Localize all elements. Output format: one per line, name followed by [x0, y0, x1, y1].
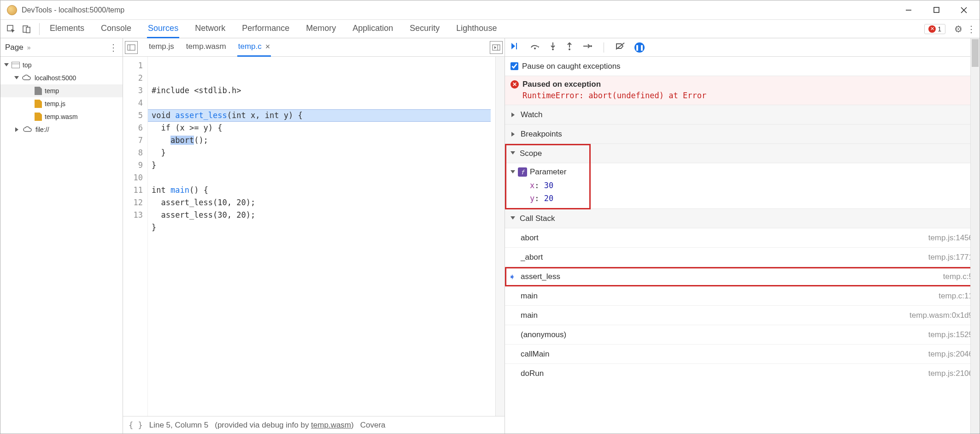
- deactivate-breakpoints-button[interactable]: [615, 42, 625, 53]
- scrollbar-thumb[interactable]: [972, 39, 979, 67]
- device-toolbar-button[interactable]: [20, 22, 34, 36]
- window-maximize-button[interactable]: [922, 1, 950, 19]
- kebab-icon: ⋮: [967, 24, 976, 34]
- paused-exception-banner: ✕ Paused on exception RuntimeError: abor…: [505, 76, 980, 105]
- tab-lighthouse[interactable]: Lighthouse: [455, 20, 498, 38]
- svg-point-12: [534, 48, 536, 49]
- svg-point-18: [590, 45, 592, 47]
- tree-file-temp-wasm[interactable]: temp.wasm: [0, 110, 123, 123]
- navigator-tab-page[interactable]: Page: [5, 43, 23, 52]
- device-icon: [22, 24, 31, 34]
- scope-var-x[interactable]: x: 30: [511, 179, 980, 192]
- parameter-badge-icon: f: [518, 167, 527, 177]
- stack-frame[interactable]: maintemp.wasm:0x1d9: [505, 306, 980, 325]
- watch-section-header[interactable]: Watch: [505, 105, 980, 125]
- cloud-icon: [22, 74, 32, 82]
- tab-memory[interactable]: Memory: [305, 20, 337, 38]
- exception-message: RuntimeError: abort(undefined) at Error: [522, 91, 974, 100]
- scope-section: Scope f Parameter x: 30 y: 20: [505, 144, 980, 209]
- pause-on-exceptions-button[interactable]: ❚❚: [634, 42, 645, 53]
- pause-on-caught-row: Pause on caught exceptions: [505, 57, 980, 76]
- resume-button[interactable]: [511, 42, 521, 53]
- inspect-element-button[interactable]: [4, 22, 18, 36]
- file-icon: [35, 87, 42, 95]
- tree-origin[interactable]: localhost:5000: [0, 71, 123, 84]
- close-tab-button[interactable]: ×: [265, 42, 270, 52]
- file-tab-temp-c[interactable]: temp.c ×: [237, 38, 271, 57]
- svg-rect-6: [26, 27, 30, 33]
- svg-rect-7: [128, 45, 135, 50]
- callstack-section-header[interactable]: Call Stack: [505, 209, 980, 228]
- stack-frame[interactable]: _aborttemp.js:1771: [505, 248, 980, 267]
- code-area[interactable]: #include <stdlib.h> void assert_less(int…: [148, 57, 495, 416]
- debugger-pane: ❚❚ Pause on caught exceptions ✕ Paused o…: [505, 38, 980, 434]
- stack-frame[interactable]: doRuntemp.js:2106: [505, 364, 980, 383]
- navigator-more-tabs[interactable]: »: [27, 44, 31, 51]
- svg-rect-1: [934, 7, 939, 12]
- tab-console[interactable]: Console: [100, 20, 132, 38]
- debugger-scrollbar[interactable]: [970, 38, 980, 434]
- line-gutter: 12345678910111213: [123, 57, 148, 416]
- panel-icon: [127, 44, 135, 51]
- step-out-button[interactable]: [566, 42, 573, 53]
- window-minimize-button[interactable]: [895, 1, 922, 19]
- close-icon: [961, 7, 967, 13]
- editor-pane: temp.js temp.wasm temp.c × 1234567891011…: [123, 38, 505, 434]
- cloud-icon: [23, 126, 33, 133]
- more-menu-button[interactable]: ⋮: [966, 24, 977, 35]
- scope-parameter-group[interactable]: f Parameter: [511, 165, 980, 179]
- file-tab-temp-wasm[interactable]: temp.wasm: [185, 38, 227, 56]
- window-close-button[interactable]: [950, 1, 978, 19]
- file-tree: top localhost:5000 temp temp.js t: [0, 57, 123, 434]
- step-button[interactable]: [582, 42, 593, 52]
- tab-security[interactable]: Security: [409, 20, 440, 38]
- editor-tabs: temp.js temp.wasm temp.c ×: [123, 38, 505, 57]
- tab-application[interactable]: Application: [352, 20, 394, 38]
- tree-file-scheme[interactable]: file://: [0, 123, 123, 136]
- tree-file-temp-js[interactable]: temp.js: [0, 97, 123, 110]
- scope-var-y[interactable]: y: 20: [511, 192, 980, 205]
- toggle-debugger-button[interactable]: [490, 41, 503, 54]
- editor-statusbar: { } Line 5, Column 5 (provided via debug…: [123, 416, 505, 434]
- maximize-icon: [933, 7, 939, 13]
- error-count-badge[interactable]: ✕ 1: [924, 24, 945, 34]
- step-into-button[interactable]: [549, 42, 557, 53]
- toggle-navigator-button[interactable]: [125, 41, 138, 54]
- error-icon: ✕: [511, 80, 519, 89]
- stack-frame[interactable]: (anonymous)temp.js:1525: [505, 325, 980, 345]
- stack-frame[interactable]: maintemp.c:11: [505, 286, 980, 306]
- debug-info-hint: (provided via debug info by temp.wasm): [215, 421, 353, 430]
- file-icon: [35, 113, 42, 121]
- file-icon: [35, 100, 42, 108]
- stack-frame[interactable]: aborttemp.js:1456: [505, 228, 980, 248]
- svg-rect-11: [516, 43, 517, 49]
- divider: [39, 23, 40, 35]
- devtools-window: DevTools - localhost:5000/temp Elements …: [0, 0, 980, 434]
- stack-frame[interactable]: callMaintemp.js:2046: [505, 345, 980, 364]
- navigator-menu-button[interactable]: ⋮: [109, 42, 118, 53]
- tab-network[interactable]: Network: [194, 20, 226, 38]
- tab-sources[interactable]: Sources: [147, 20, 179, 38]
- breakpoints-section-header[interactable]: Breakpoints: [505, 125, 980, 144]
- scope-section-header[interactable]: Scope: [505, 144, 980, 163]
- tab-performance[interactable]: Performance: [241, 20, 290, 38]
- code-editor[interactable]: 12345678910111213 #include <stdlib.h> vo…: [123, 57, 505, 416]
- debugger-toolbar: ❚❚: [505, 38, 980, 57]
- pause-icon: ❚❚: [634, 42, 645, 53]
- panel-right-icon: [492, 44, 500, 51]
- stack-frame-current[interactable]: ➧ assert_lesstemp.c:5: [505, 267, 980, 286]
- scope-body: f Parameter x: 30 y: 20: [505, 163, 980, 209]
- tab-elements[interactable]: Elements: [49, 20, 85, 38]
- minimize-icon: [905, 7, 912, 13]
- svg-point-16: [569, 48, 570, 50]
- pause-on-caught-checkbox[interactable]: [511, 62, 518, 70]
- svg-point-14: [552, 48, 554, 50]
- tree-file-temp[interactable]: temp: [0, 84, 123, 97]
- pretty-print-button[interactable]: { }: [129, 421, 143, 430]
- step-over-button[interactable]: [530, 42, 540, 53]
- settings-button[interactable]: ⚙: [951, 24, 966, 35]
- debug-info-link[interactable]: temp.wasm: [311, 421, 351, 429]
- file-tab-temp-js[interactable]: temp.js: [148, 38, 175, 56]
- editor-scrollbar[interactable]: [495, 57, 505, 416]
- tree-top-frame[interactable]: top: [0, 59, 123, 71]
